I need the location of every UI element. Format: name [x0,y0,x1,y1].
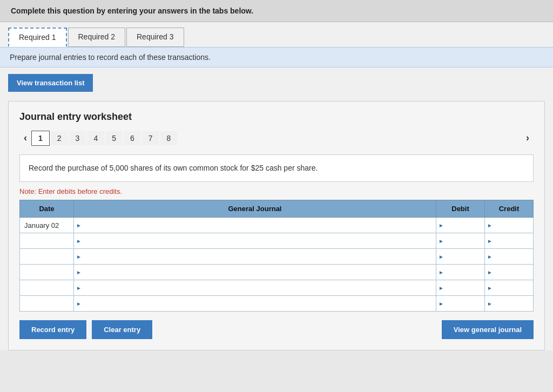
row3-credit-arrow: ► [487,254,493,260]
row3-journal-arrow: ► [76,254,82,260]
row4-journal-arrow: ► [76,269,82,275]
col-header-journal: General Journal [74,200,436,218]
table-row: ► ► ► [20,296,534,312]
page-1[interactable]: 1 [31,131,50,146]
page-7[interactable]: 7 [142,131,159,145]
row2-credit-input[interactable] [494,233,531,248]
row2-date [20,233,74,249]
row3-debit-cell: ► [436,249,485,265]
note-text: Note: Enter debits before credits. [19,187,534,195]
row2-credit-arrow: ► [487,238,493,244]
table-row: January 02 ► ► [20,218,534,233]
prev-page-arrow[interactable]: ‹ [19,130,31,146]
row6-credit-input[interactable] [494,296,531,311]
instruction-bar: Prepare journal entries to record each o… [0,47,553,67]
page-8[interactable]: 8 [160,131,178,145]
tab-required3[interactable]: Required 3 [126,28,184,47]
row4-journal-cell: ► [74,265,436,280]
row5-journal-cell: ► [74,280,436,296]
table-row: ► ► ► [20,280,534,296]
row5-date [20,280,74,296]
row4-debit-arrow: ► [439,269,444,275]
row2-debit-input[interactable] [445,233,482,248]
actions-row: Record entry Clear entry View general jo… [19,320,534,339]
tabs-container: Required 1 Required 2 Required 3 [0,22,553,47]
tab-required1[interactable]: Required 1 [8,28,67,47]
row4-debit-input[interactable] [445,265,482,280]
row5-debit-input[interactable] [445,280,482,295]
instruction-text: Prepare journal entries to record each o… [10,53,211,62]
col-header-debit: Debit [436,200,485,218]
table-row: ► ► ► [20,249,534,265]
row6-debit-cell: ► [436,296,485,312]
row2-debit-arrow: ► [439,238,444,244]
row3-debit-arrow: ► [439,254,444,260]
row6-debit-arrow: ► [439,301,444,307]
row4-credit-arrow: ► [487,269,493,275]
view-transaction-button[interactable]: View transaction list [8,74,93,92]
row1-credit-arrow: ► [487,222,493,228]
row6-journal-arrow: ► [76,301,82,307]
description-box: Record the purchase of 5,000 shares of i… [19,154,534,182]
row3-journal-input[interactable] [83,249,434,264]
row1-journal-arrow: ► [76,222,82,228]
col-header-date: Date [20,200,74,218]
next-page-arrow[interactable]: › [522,130,534,146]
row2-journal-input[interactable] [83,233,434,248]
row3-credit-cell: ► [485,249,534,265]
row3-date [20,249,74,265]
row6-journal-input[interactable] [83,296,434,311]
row5-credit-input[interactable] [494,280,531,295]
view-general-journal-button[interactable]: View general journal [442,320,534,339]
clear-entry-button[interactable]: Clear entry [92,320,152,339]
row6-date [20,296,74,312]
pagination: ‹ 1 2 3 4 5 6 7 8 › [19,130,534,146]
row5-credit-cell: ► [485,280,534,296]
row1-debit-arrow: ► [439,222,444,228]
worksheet-title: Journal entry worksheet [19,111,534,123]
row2-debit-cell: ► [436,233,485,249]
page-2[interactable]: 2 [51,131,68,145]
row4-journal-input[interactable] [83,265,434,280]
worksheet-container: Journal entry worksheet ‹ 1 2 3 4 5 6 7 … [8,101,545,350]
row2-credit-cell: ► [485,233,534,249]
row1-debit-cell: ► [436,218,485,233]
row1-credit-cell: ► [485,218,534,233]
row2-journal-arrow: ► [76,238,82,244]
row5-debit-cell: ► [436,280,485,296]
description-text: Record the purchase of 5,000 shares of i… [29,164,318,172]
page-6[interactable]: 6 [124,131,141,145]
top-banner: Complete this question by entering your … [0,0,553,22]
table-row: ► ► ► [20,233,534,249]
tab-required2[interactable]: Required 2 [68,28,126,47]
row4-credit-input[interactable] [494,265,531,280]
page-3[interactable]: 3 [69,131,86,145]
row5-credit-arrow: ► [487,285,493,291]
banner-text: Complete this question by entering your … [11,6,253,15]
row3-debit-input[interactable] [445,249,482,264]
main-content: Required 1 Required 2 Required 3 Prepare… [0,22,553,350]
row5-journal-arrow: ► [76,285,82,291]
row4-debit-cell: ► [436,265,485,280]
row5-debit-arrow: ► [439,285,444,291]
record-entry-button[interactable]: Record entry [19,320,86,339]
table-row: ► ► ► [20,265,534,280]
row1-debit-input[interactable] [445,218,482,233]
row2-journal-cell: ► [74,233,436,249]
page-5[interactable]: 5 [105,131,123,145]
row6-credit-arrow: ► [487,301,493,307]
col-header-credit: Credit [485,200,534,218]
page-4[interactable]: 4 [87,131,104,145]
row4-credit-cell: ► [485,265,534,280]
row3-credit-input[interactable] [494,249,531,264]
row6-debit-input[interactable] [445,296,482,311]
row1-credit-input[interactable] [494,218,531,233]
row6-credit-cell: ► [485,296,534,312]
row6-journal-cell: ► [74,296,436,312]
row4-date [20,265,74,280]
row1-journal-cell: ► [74,218,436,233]
row1-journal-input[interactable] [83,218,434,233]
row5-journal-input[interactable] [83,280,434,295]
row3-journal-cell: ► [74,249,436,265]
row1-date: January 02 [20,218,74,233]
